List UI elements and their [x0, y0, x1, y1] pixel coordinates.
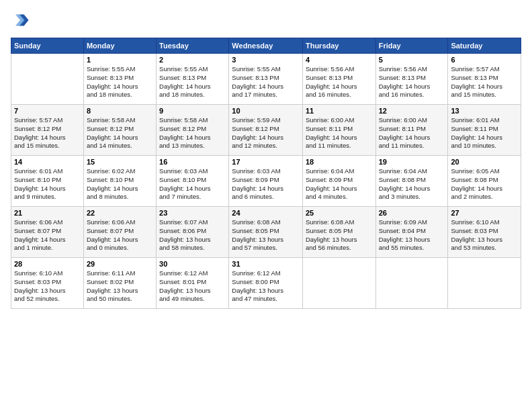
- weekday-header-row: SundayMondayTuesdayWednesdayThursdayFrid…: [11, 38, 521, 54]
- day-info: Sunrise: 6:12 AM Sunset: 8:00 PM Dayligh…: [232, 269, 300, 304]
- day-info: Sunrise: 6:12 AM Sunset: 8:01 PM Dayligh…: [159, 269, 226, 304]
- calendar-cell: 10Sunrise: 5:59 AM Sunset: 8:12 PM Dayli…: [229, 105, 303, 156]
- calendar-cell: 5Sunrise: 5:56 AM Sunset: 8:13 PM Daylig…: [375, 54, 448, 105]
- calendar-cell: 19Sunrise: 6:04 AM Sunset: 8:08 PM Dayli…: [375, 156, 448, 207]
- day-number: 7: [14, 107, 81, 115]
- calendar-cell: 25Sunrise: 6:08 AM Sunset: 8:05 PM Dayli…: [302, 207, 375, 258]
- day-number: 21: [14, 209, 81, 217]
- day-info: Sunrise: 6:10 AM Sunset: 8:03 PM Dayligh…: [14, 269, 81, 304]
- day-number: 22: [87, 209, 153, 217]
- calendar-cell: 17Sunrise: 6:03 AM Sunset: 8:09 PM Dayli…: [229, 156, 303, 207]
- calendar-cell: 15Sunrise: 6:02 AM Sunset: 8:10 PM Dayli…: [83, 156, 156, 207]
- calendar-cell: 23Sunrise: 6:07 AM Sunset: 8:06 PM Dayli…: [157, 207, 229, 258]
- calendar-cell: 24Sunrise: 6:08 AM Sunset: 8:05 PM Dayli…: [229, 207, 303, 258]
- day-info: Sunrise: 6:09 AM Sunset: 8:04 PM Dayligh…: [379, 218, 445, 253]
- weekday-header-monday: Monday: [83, 38, 156, 54]
- day-number: 13: [451, 107, 518, 115]
- day-number: 28: [14, 260, 81, 268]
- calendar-cell: 3Sunrise: 5:55 AM Sunset: 8:13 PM Daylig…: [229, 54, 303, 105]
- day-number: 14: [14, 158, 81, 166]
- calendar-cell: 6Sunrise: 5:57 AM Sunset: 8:13 PM Daylig…: [448, 54, 521, 105]
- day-info: Sunrise: 6:08 AM Sunset: 8:05 PM Dayligh…: [306, 218, 373, 253]
- day-number: 1: [87, 56, 153, 64]
- day-info: Sunrise: 6:03 AM Sunset: 8:09 PM Dayligh…: [232, 167, 300, 201]
- calendar-cell: 20Sunrise: 6:05 AM Sunset: 8:08 PM Dayli…: [448, 156, 521, 207]
- day-info: Sunrise: 6:01 AM Sunset: 8:11 PM Dayligh…: [451, 116, 518, 150]
- day-info: Sunrise: 5:58 AM Sunset: 8:12 PM Dayligh…: [87, 116, 153, 150]
- calendar-week-row: 14Sunrise: 6:01 AM Sunset: 8:10 PM Dayli…: [11, 156, 521, 207]
- day-number: 19: [379, 158, 445, 166]
- day-number: 5: [379, 56, 445, 64]
- weekday-header-friday: Friday: [375, 38, 448, 54]
- calendar-cell: 18Sunrise: 6:04 AM Sunset: 8:09 PM Dayli…: [302, 156, 375, 207]
- day-info: Sunrise: 6:00 AM Sunset: 8:11 PM Dayligh…: [306, 116, 373, 150]
- calendar-cell: 27Sunrise: 6:10 AM Sunset: 8:03 PM Dayli…: [448, 207, 521, 258]
- logo: [11, 11, 32, 30]
- day-number: 15: [87, 158, 153, 166]
- day-info: Sunrise: 6:07 AM Sunset: 8:06 PM Dayligh…: [159, 218, 226, 253]
- day-number: 23: [159, 209, 226, 217]
- day-info: Sunrise: 5:59 AM Sunset: 8:12 PM Dayligh…: [232, 116, 300, 150]
- day-info: Sunrise: 6:08 AM Sunset: 8:05 PM Dayligh…: [232, 218, 300, 253]
- day-number: 29: [87, 260, 153, 268]
- calendar-cell: [375, 258, 448, 309]
- calendar-cell: 30Sunrise: 6:12 AM Sunset: 8:01 PM Dayli…: [157, 258, 229, 309]
- calendar-cell: 2Sunrise: 5:55 AM Sunset: 8:13 PM Daylig…: [157, 54, 229, 105]
- day-number: 27: [451, 209, 518, 217]
- day-info: Sunrise: 5:56 AM Sunset: 8:13 PM Dayligh…: [379, 65, 445, 99]
- calendar-cell: 31Sunrise: 6:12 AM Sunset: 8:00 PM Dayli…: [229, 258, 303, 309]
- day-info: Sunrise: 5:57 AM Sunset: 8:13 PM Dayligh…: [451, 65, 518, 99]
- calendar-cell: 22Sunrise: 6:06 AM Sunset: 8:07 PM Dayli…: [83, 207, 156, 258]
- day-info: Sunrise: 5:57 AM Sunset: 8:12 PM Dayligh…: [14, 116, 81, 150]
- calendar-cell: 7Sunrise: 5:57 AM Sunset: 8:12 PM Daylig…: [11, 105, 84, 156]
- weekday-header-thursday: Thursday: [302, 38, 375, 54]
- day-info: Sunrise: 6:01 AM Sunset: 8:10 PM Dayligh…: [14, 167, 81, 201]
- day-number: 26: [379, 209, 445, 217]
- day-number: 12: [379, 107, 445, 115]
- calendar-cell: 28Sunrise: 6:10 AM Sunset: 8:03 PM Dayli…: [11, 258, 84, 309]
- day-info: Sunrise: 6:10 AM Sunset: 8:03 PM Dayligh…: [451, 218, 518, 253]
- day-number: 16: [159, 158, 226, 166]
- day-info: Sunrise: 6:11 AM Sunset: 8:02 PM Dayligh…: [87, 269, 153, 304]
- calendar-cell: 13Sunrise: 6:01 AM Sunset: 8:11 PM Dayli…: [448, 105, 521, 156]
- calendar-table: SundayMondayTuesdayWednesdayThursdayFrid…: [11, 38, 521, 309]
- day-number: 6: [451, 56, 518, 64]
- calendar-cell: 1Sunrise: 5:55 AM Sunset: 8:13 PM Daylig…: [83, 54, 156, 105]
- day-info: Sunrise: 6:03 AM Sunset: 8:10 PM Dayligh…: [159, 167, 226, 201]
- day-number: 8: [87, 107, 153, 115]
- weekday-header-sunday: Sunday: [11, 38, 84, 54]
- day-info: Sunrise: 6:06 AM Sunset: 8:07 PM Dayligh…: [14, 218, 81, 253]
- calendar-thead: SundayMondayTuesdayWednesdayThursdayFrid…: [11, 38, 521, 54]
- day-number: 10: [232, 107, 300, 115]
- day-number: 9: [159, 107, 226, 115]
- calendar-header: [11, 11, 521, 30]
- day-number: 25: [306, 209, 373, 217]
- day-info: Sunrise: 5:55 AM Sunset: 8:13 PM Dayligh…: [87, 65, 153, 99]
- day-info: Sunrise: 5:56 AM Sunset: 8:13 PM Dayligh…: [306, 65, 373, 99]
- day-info: Sunrise: 6:04 AM Sunset: 8:09 PM Dayligh…: [306, 167, 373, 201]
- calendar-cell: 21Sunrise: 6:06 AM Sunset: 8:07 PM Dayli…: [11, 207, 84, 258]
- day-info: Sunrise: 6:06 AM Sunset: 8:07 PM Dayligh…: [87, 218, 153, 253]
- day-info: Sunrise: 6:00 AM Sunset: 8:11 PM Dayligh…: [379, 116, 445, 150]
- calendar-cell: 4Sunrise: 5:56 AM Sunset: 8:13 PM Daylig…: [302, 54, 375, 105]
- day-number: 24: [232, 209, 300, 217]
- day-number: 3: [232, 56, 300, 64]
- day-info: Sunrise: 6:05 AM Sunset: 8:08 PM Dayligh…: [451, 167, 518, 201]
- day-number: 31: [232, 260, 300, 268]
- day-info: Sunrise: 5:58 AM Sunset: 8:12 PM Dayligh…: [159, 116, 226, 150]
- calendar-cell: 14Sunrise: 6:01 AM Sunset: 8:10 PM Dayli…: [11, 156, 84, 207]
- weekday-header-saturday: Saturday: [448, 38, 521, 54]
- calendar-cell: 8Sunrise: 5:58 AM Sunset: 8:12 PM Daylig…: [83, 105, 156, 156]
- calendar-container: SundayMondayTuesdayWednesdayThursdayFrid…: [0, 0, 532, 314]
- calendar-week-row: 28Sunrise: 6:10 AM Sunset: 8:03 PM Dayli…: [11, 258, 521, 309]
- day-info: Sunrise: 5:55 AM Sunset: 8:13 PM Dayligh…: [232, 65, 300, 99]
- day-info: Sunrise: 5:55 AM Sunset: 8:13 PM Dayligh…: [159, 65, 226, 99]
- calendar-cell: 29Sunrise: 6:11 AM Sunset: 8:02 PM Dayli…: [83, 258, 156, 309]
- calendar-cell: 26Sunrise: 6:09 AM Sunset: 8:04 PM Dayli…: [375, 207, 448, 258]
- calendar-week-row: 21Sunrise: 6:06 AM Sunset: 8:07 PM Dayli…: [11, 207, 521, 258]
- calendar-body: 1Sunrise: 5:55 AM Sunset: 8:13 PM Daylig…: [11, 54, 521, 309]
- day-info: Sunrise: 6:02 AM Sunset: 8:10 PM Dayligh…: [87, 167, 153, 201]
- day-number: 17: [232, 158, 300, 166]
- weekday-header-tuesday: Tuesday: [157, 38, 229, 54]
- calendar-cell: 11Sunrise: 6:00 AM Sunset: 8:11 PM Dayli…: [302, 105, 375, 156]
